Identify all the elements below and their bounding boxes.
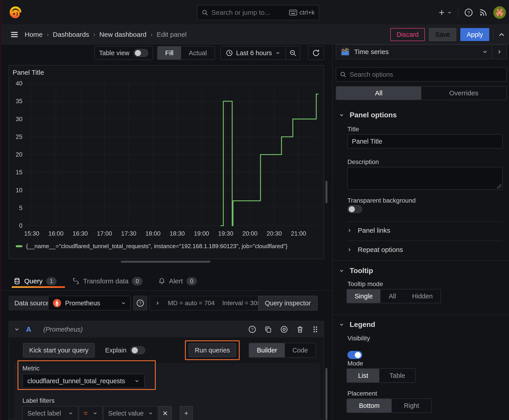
keyboard-icon: [289, 10, 297, 15]
breadcrumb-dashboard[interactable]: New dashboard: [99, 31, 146, 38]
remove-filter-button[interactable]: ✕: [159, 406, 172, 420]
legend-placement-bottom[interactable]: Bottom: [347, 399, 392, 412]
grafana-logo-icon[interactable]: [8, 5, 23, 20]
chevron-down-icon[interactable]: [14, 326, 20, 332]
legend-section[interactable]: Legend: [339, 320, 375, 329]
datasource-picker[interactable]: Prometheus: [48, 296, 131, 310]
legend-series-swatch: [16, 245, 23, 247]
transparent-background-toggle[interactable]: [347, 205, 362, 213]
chart-legend[interactable]: {__name__="cloudflared_tunnel_total_requ…: [16, 243, 288, 250]
panel-description-input[interactable]: [347, 167, 503, 190]
horizontal-scrollbar-thumb[interactable]: [121, 261, 211, 263]
tab-transform-label: Transform data: [83, 277, 128, 285]
code-option[interactable]: Code: [285, 343, 316, 357]
refresh-button[interactable]: [308, 46, 324, 60]
run-queries-button[interactable]: Run queries: [189, 343, 236, 357]
label-filters-row: Select label = Select value: [23, 406, 193, 420]
query-help-icon[interactable]: ?: [248, 325, 256, 333]
svg-text:20:00: 20:00: [242, 230, 258, 237]
builder-code-switch: Builder Code: [249, 343, 316, 358]
tooltip-section[interactable]: Tooltip: [339, 267, 373, 275]
drag-handle-icon[interactable]: [312, 326, 319, 333]
news-rss-icon[interactable]: [479, 8, 487, 17]
time-range-picker[interactable]: Last 6 hours: [221, 46, 285, 60]
legend-visibility-toggle[interactable]: [347, 351, 362, 359]
query-inspector-button[interactable]: Query inspector: [258, 296, 318, 310]
options-search-field[interactable]: [336, 67, 507, 82]
hide-response-eye-icon[interactable]: [280, 325, 288, 333]
tab-all[interactable]: All: [336, 87, 421, 100]
chevron-right-icon: [347, 228, 352, 233]
query-editor-card: A (Prometheus) ? Ki: [8, 321, 324, 420]
repeat-options-section[interactable]: Repeat options: [347, 246, 403, 254]
select-value-dropdown[interactable]: Select value: [103, 406, 158, 420]
panel-options-heading: Panel options: [350, 111, 397, 119]
tab-overrides[interactable]: Overrides: [421, 87, 506, 100]
help-icon[interactable]: ?: [464, 8, 473, 17]
query-datasource-hint: (Prometheus): [43, 326, 83, 333]
editor-tabs: Query 1 Transform data 0 Alert 0: [0, 272, 332, 291]
breadcrumb-home[interactable]: Home: [25, 31, 43, 38]
query-row-header[interactable]: A (Prometheus) ?: [9, 321, 324, 338]
panel-title-input[interactable]: [347, 134, 503, 149]
vertical-scrollbar-thumb[interactable]: [326, 181, 327, 203]
datasource-help-button[interactable]: ?: [133, 296, 147, 310]
discard-button[interactable]: Discard: [390, 28, 425, 41]
builder-option[interactable]: Builder: [249, 343, 285, 357]
save-button[interactable]: Save: [429, 28, 456, 41]
explain-label: Explain: [105, 347, 126, 354]
chevron-down-icon: [339, 112, 344, 118]
description-label: Description: [347, 158, 379, 165]
breadcrumb-dashboards[interactable]: Dashboards: [53, 31, 89, 38]
search-placeholder: Search or jump to...: [211, 9, 289, 16]
panel-links-section[interactable]: Panel links: [347, 227, 390, 234]
actual-option[interactable]: Actual: [181, 46, 214, 60]
apply-button[interactable]: Apply: [460, 28, 489, 41]
tooltip-hidden-option[interactable]: Hidden: [404, 289, 440, 303]
fill-option[interactable]: Fill: [158, 46, 181, 60]
panel-links-heading: Panel links: [358, 227, 390, 234]
explain-toggle[interactable]: [130, 346, 145, 354]
duplicate-query-icon[interactable]: [264, 326, 272, 333]
panel-options-section[interactable]: Panel options: [339, 111, 397, 119]
search-input[interactable]: Search or jump to... ctrl+k: [197, 5, 319, 20]
zoom-out-button[interactable]: [285, 46, 300, 60]
svg-text:16:30: 16:30: [73, 230, 88, 237]
tab-alert-label: Alert: [169, 277, 183, 285]
add-menu-button[interactable]: [438, 9, 452, 16]
chevron-right-icon: [347, 247, 352, 252]
visualization-picker[interactable]: Time series: [336, 45, 507, 59]
select-label-dropdown[interactable]: Select label: [23, 406, 78, 420]
svg-text:19:00: 19:00: [194, 230, 209, 237]
tooltip-all-option[interactable]: All: [380, 289, 404, 303]
query-options-summary[interactable]: MD = auto = 704 Interval = 30s: [150, 296, 266, 310]
kick-start-query-button[interactable]: Kick start your query: [23, 343, 95, 357]
tooltip-single-option[interactable]: Single: [347, 289, 380, 303]
vertical-scrollbar-thumb-lower[interactable]: [326, 368, 327, 420]
collapse-options-pane-button[interactable]: [492, 45, 506, 59]
user-avatar[interactable]: [493, 6, 506, 19]
topbar-divider: [458, 7, 458, 18]
collapse-header-chevron-up-icon[interactable]: [498, 31, 505, 38]
tab-query[interactable]: Query 1: [14, 277, 57, 285]
svg-text:?: ?: [139, 301, 141, 306]
menu-hamburger-icon[interactable]: [10, 30, 19, 39]
label-filters-label: Label filters: [23, 397, 54, 404]
chevron-down-icon: [93, 411, 98, 416]
options-search-input[interactable]: [350, 71, 503, 78]
tab-transform-data[interactable]: Transform data 0: [72, 277, 143, 285]
clock-icon: [226, 49, 233, 57]
legend-mode-list[interactable]: List: [347, 369, 379, 382]
table-view-label: Table view: [99, 49, 129, 57]
delete-query-trash-icon[interactable]: [296, 326, 304, 333]
panel-title[interactable]: Panel Title: [13, 69, 44, 76]
table-view-toggle[interactable]: [134, 49, 148, 57]
tab-alert[interactable]: Alert 0: [158, 277, 197, 285]
legend-mode-table[interactable]: Table: [379, 369, 415, 382]
operator-dropdown[interactable]: =: [79, 406, 103, 420]
legend-visibility-label: Visibility: [347, 335, 370, 342]
metric-select[interactable]: cloudflared_tunnel_total_requests: [23, 374, 144, 388]
legend-placement-right[interactable]: Right: [392, 399, 431, 412]
add-filter-button[interactable]: +: [180, 406, 193, 420]
textarea-resize-handle[interactable]: [496, 184, 501, 188]
